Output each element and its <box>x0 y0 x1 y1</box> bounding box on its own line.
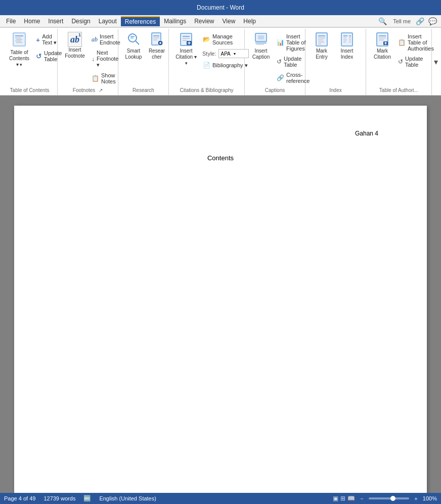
mark-entry-label: MarkEntry <box>316 48 327 60</box>
insert-footnote-button[interactable]: ab 1 InsertFootnote <box>62 30 88 61</box>
footnote-icon: ab 1 <box>68 32 82 47</box>
svg-rect-28 <box>316 33 327 46</box>
ribbon-group-authorities: MarkCitation 📋 Insert Table of Authoriti… <box>366 29 432 95</box>
research-group-label: Research <box>122 87 164 94</box>
svg-rect-34 <box>341 33 352 46</box>
ribbon-group-toc: Table ofContents ▾ + Add Text ▾ ↺ Update… <box>2 29 58 95</box>
footnotes-expand-icon[interactable]: ↗ <box>99 87 103 93</box>
ribbon-group-index: MarkEntry <box>305 29 366 95</box>
menu-file[interactable]: File <box>2 17 20 26</box>
ribbon: Table ofContents ▾ + Add Text ▾ ↺ Update… <box>0 27 441 96</box>
table-of-contents-button[interactable]: Table ofContents ▾ <box>6 30 32 70</box>
style-arrow-icon: ▾ <box>234 52 236 56</box>
update-tf-icon: ↺ <box>277 58 282 65</box>
smart-lookup-button[interactable]: SmartLookup <box>122 30 145 62</box>
zoom-slider[interactable] <box>369 497 409 499</box>
insert-endnote-button[interactable]: ab Insert Endnote <box>89 32 123 47</box>
mark-entry-button[interactable]: MarkEntry <box>310 30 334 62</box>
svg-rect-25 <box>258 35 264 39</box>
ribbon-content: Table ofContents ▾ + Add Text ▾ ↺ Update… <box>0 27 441 95</box>
captions-group-label: Captions <box>249 87 301 94</box>
language-label: English (United States) <box>99 495 156 501</box>
language-icon[interactable]: 🔤 <box>83 495 91 502</box>
footnote-label: InsertFootnote <box>65 47 84 59</box>
ita-icon: 📋 <box>398 39 406 46</box>
endnote-icon: ab <box>92 36 98 43</box>
next-footnote-label: Next Footnote ▾ <box>97 50 120 68</box>
toc-group-label: Table of Contents <box>6 87 53 94</box>
style-dropdown[interactable]: APA ▾ <box>218 49 249 58</box>
document-page[interactable]: Gahan 4 Contents <box>14 106 427 493</box>
document-area: Gahan 4 Contents <box>0 96 441 493</box>
footnotes-group-label: Footnotes ↗ <box>62 87 114 94</box>
app-title: Document - Word <box>197 4 244 11</box>
menu-help[interactable]: Help <box>239 17 260 26</box>
status-bar: Page 4 of 49 12739 words 🔤 English (Unit… <box>0 493 441 504</box>
menu-view[interactable]: View <box>218 17 240 26</box>
insert-citation-label: InsertCitation ▾ <box>175 48 197 66</box>
view-icons: ▣ ⊞ 📖 <box>333 495 355 502</box>
page-header: Gahan 4 <box>355 130 378 137</box>
next-footnote-button[interactable]: ↓ Next Footnote ▾ <box>89 48 123 70</box>
researcher-button[interactable]: Researcher <box>146 30 168 62</box>
search-icon[interactable]: 🔍 <box>375 17 390 25</box>
ribbon-group-captions: InsertCaption 📊 Insert Table of Figures … <box>245 29 305 95</box>
zoom-in-icon[interactable]: ＋ <box>413 495 419 502</box>
menu-references[interactable]: References <box>121 16 160 26</box>
zoom-out-icon[interactable]: － <box>359 495 365 502</box>
cross-ref-icon: 🔗 <box>277 74 284 81</box>
word-count: 12739 words <box>43 495 75 501</box>
uta-icon: ↺ <box>398 58 403 65</box>
insert-caption-button[interactable]: InsertCaption <box>249 30 273 62</box>
smart-lookup-icon <box>126 32 141 48</box>
svg-line-7 <box>136 41 139 44</box>
manage-sources-icon: 📂 <box>203 36 210 43</box>
menu-insert[interactable]: Insert <box>44 17 67 26</box>
mark-citation-button[interactable]: MarkCitation <box>370 30 394 62</box>
researcher-label: Researcher <box>148 48 165 60</box>
read-mode-icon[interactable]: 📖 <box>347 495 355 502</box>
insert-citation-button[interactable]: InsertCitation ▾ <box>173 30 199 68</box>
uta-label: Update Table <box>405 56 434 68</box>
insert-caption-icon <box>254 32 268 48</box>
share-icon[interactable]: 🔗 <box>414 17 426 25</box>
toc-label: Table ofContents ▾ <box>9 50 30 68</box>
insert-index-icon <box>340 32 354 48</box>
tell-me[interactable]: Tell me <box>390 18 414 24</box>
bibliography-label: Bibliography ▾ <box>212 62 248 69</box>
ribbon-group-footnotes: ab 1 InsertFootnote ab Insert Endnote ↓ … <box>58 29 118 95</box>
print-layout-icon[interactable]: ▣ <box>333 495 338 502</box>
tof-icon: 📊 <box>277 39 284 46</box>
ribbon-group-citations: InsertCitation ▾ 📂 Manage Sources Style:… <box>169 29 245 95</box>
menu-mailings[interactable]: Mailings <box>160 17 190 26</box>
bibliography-button[interactable]: 📄 Bibliography ▾ <box>200 60 251 70</box>
mark-citation-label: MarkCitation <box>374 48 391 60</box>
title-bar: Document - Word <box>0 0 441 15</box>
insert-caption-label: InsertCaption <box>252 48 270 60</box>
document-title: Contents <box>63 154 378 162</box>
menu-review[interactable]: Review <box>190 17 218 26</box>
menu-layout[interactable]: Layout <box>95 17 121 26</box>
web-layout-icon[interactable]: ⊞ <box>340 495 345 502</box>
status-bar-left: Page 4 of 49 12739 words 🔤 English (Unit… <box>4 495 325 502</box>
insert-table-authorities-button[interactable]: 📋 Insert Table of Authorities <box>395 32 436 53</box>
insert-index-button[interactable]: InsertIndex <box>335 30 359 62</box>
comments-icon[interactable]: 💬 <box>426 17 439 25</box>
manage-sources-button[interactable]: 📂 Manage Sources <box>200 32 251 47</box>
zoom-level: 100% <box>423 495 437 501</box>
menu-bar: File Home Insert Design Layout Reference… <box>0 15 441 27</box>
next-footnote-icon: ↓ <box>92 56 95 63</box>
add-text-icon: + <box>36 36 40 44</box>
show-notes-button[interactable]: 📋 Show Notes <box>89 71 123 86</box>
ita-label: Insert Table of Authorities <box>408 33 434 52</box>
show-notes-icon: 📋 <box>92 75 99 82</box>
mark-entry-icon <box>315 32 329 48</box>
menu-design[interactable]: Design <box>67 17 94 26</box>
page-info: Page 4 of 49 <box>4 495 35 501</box>
style-row: Style: APA ▾ <box>200 49 251 59</box>
menu-home[interactable]: Home <box>20 17 44 26</box>
status-bar-right: ▣ ⊞ 📖 － ＋ 100% <box>333 495 437 502</box>
update-table-icon: ↺ <box>36 52 42 60</box>
update-table-authorities-button[interactable]: ↺ Update Table <box>395 54 436 69</box>
endnote-label: Insert Endnote <box>100 33 120 45</box>
